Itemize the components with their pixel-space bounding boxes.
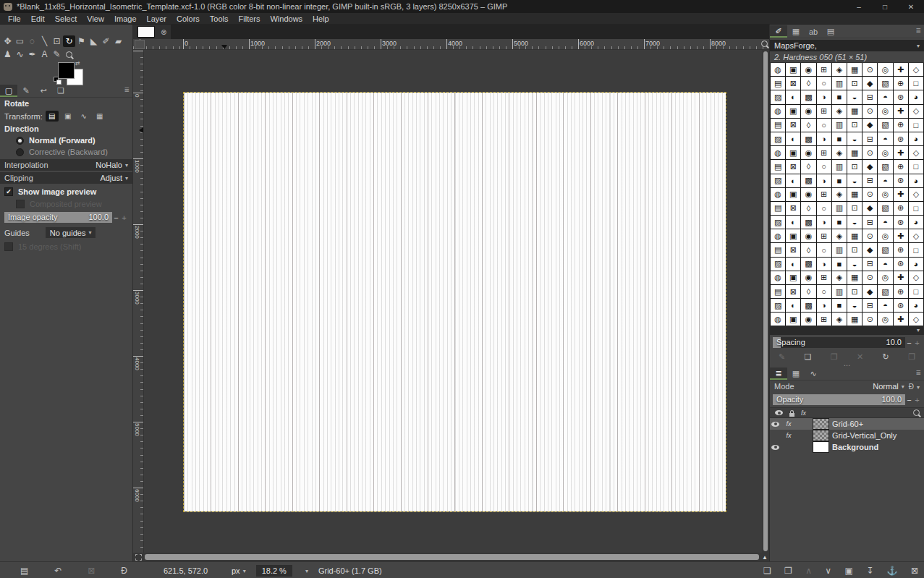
menu-layer[interactable]: Layer xyxy=(142,14,172,23)
tab-undo-history[interactable]: ↩ xyxy=(35,85,52,97)
duplicate-layer-icon[interactable]: ▣ xyxy=(845,566,853,576)
brush-item[interactable]: ◉ xyxy=(801,188,815,201)
brush-item[interactable]: ⊠ xyxy=(786,160,800,173)
mode-group-switch-icon[interactable]: Ð▾ xyxy=(909,383,920,391)
brush-item[interactable]: ◕ xyxy=(909,216,923,229)
brush-item[interactable]: ⊙ xyxy=(862,105,877,118)
brush-item[interactable]: ◈ xyxy=(832,63,847,76)
zoom-tool[interactable] xyxy=(63,48,75,60)
brush-item[interactable]: ◍ xyxy=(771,313,785,326)
brush-item[interactable]: ▦ xyxy=(847,313,862,326)
brush-item[interactable]: ▤ xyxy=(771,160,785,173)
new-layer-group-icon[interactable]: ❐ xyxy=(784,566,792,576)
brush-item[interactable]: ○ xyxy=(817,160,831,173)
layer-opacity-slider[interactable]: Opacity 100.0 − + xyxy=(773,394,921,405)
new-brush-icon[interactable]: ❏ xyxy=(805,352,812,362)
brush-item[interactable]: ▥ xyxy=(832,202,847,215)
brush-item[interactable]: ▧ xyxy=(878,202,892,215)
merge-down-icon[interactable]: ↧ xyxy=(866,566,873,576)
brush-item[interactable]: ◉ xyxy=(801,105,815,118)
brush-item[interactable]: ○ xyxy=(817,202,831,215)
brush-item[interactable]: ◍ xyxy=(771,105,785,118)
brush-item[interactable]: ▤ xyxy=(771,285,785,298)
brush-item[interactable]: ⊛ xyxy=(894,132,908,145)
transform-image-button[interactable]: ▦ xyxy=(93,111,106,122)
brush-item[interactable]: ▨ xyxy=(771,174,785,187)
brush-item[interactable]: ▦ xyxy=(847,229,862,242)
free-select-tool[interactable]: ◌ xyxy=(26,35,38,47)
brush-item[interactable]: ◉ xyxy=(801,271,815,284)
direction-radio[interactable]: Normal (Forward) xyxy=(0,135,132,146)
brush-item[interactable]: ⊞ xyxy=(817,188,831,201)
move-tool[interactable]: ✥ xyxy=(1,35,14,47)
brush-item[interactable]: ◊ xyxy=(801,77,815,90)
brush-grid-scroll[interactable]: ▾ xyxy=(770,326,924,335)
search-layers-icon[interactable] xyxy=(913,409,920,416)
brush-item[interactable]: ⊞ xyxy=(817,63,831,76)
brush-item[interactable]: ◈ xyxy=(832,105,847,118)
brush-item[interactable]: ◕ xyxy=(909,132,923,145)
brush-item[interactable]: ⊙ xyxy=(862,188,877,201)
brush-item[interactable]: ◇ xyxy=(909,63,923,76)
reset-tool-options-icon[interactable]: Ð xyxy=(121,566,127,576)
tab-fonts[interactable]: ab xyxy=(805,25,822,38)
brush-item[interactable]: ▥ xyxy=(832,243,847,256)
brush-item[interactable]: ◑ xyxy=(817,90,831,103)
brush-item[interactable]: ⊙ xyxy=(862,229,877,242)
menu-file[interactable]: File xyxy=(3,14,26,23)
image-tab[interactable]: ⊗ xyxy=(133,25,171,39)
brush-item[interactable]: ◊ xyxy=(801,202,815,215)
brush-item[interactable]: ⊕ xyxy=(894,202,908,215)
brush-item[interactable]: □ xyxy=(909,160,923,173)
brush-item[interactable]: ▩ xyxy=(801,174,815,187)
brush-item[interactable]: ✚ xyxy=(894,229,908,242)
brush-item[interactable]: ▣ xyxy=(786,63,800,76)
brush-item[interactable]: ◓ xyxy=(878,299,892,312)
brush-item[interactable]: ◈ xyxy=(832,229,847,242)
brush-item[interactable]: ◒ xyxy=(847,174,862,187)
brush-item[interactable]: ⊡ xyxy=(847,160,862,173)
brush-item[interactable]: ◈ xyxy=(832,313,847,326)
brush-item[interactable]: ▩ xyxy=(801,299,815,312)
maximize-button[interactable]: □ xyxy=(872,3,898,11)
navigation-preview-button[interactable]: ▲ xyxy=(760,553,769,561)
brush-item[interactable]: ⊛ xyxy=(894,216,908,229)
paintbrush-tool[interactable]: ✐ xyxy=(100,35,112,47)
brush-item[interactable]: ◐ xyxy=(786,174,800,187)
brush-item[interactable]: ▨ xyxy=(771,132,785,145)
bucket-fill-tool[interactable]: ◣ xyxy=(88,35,100,47)
rotate-tool[interactable]: ↻ xyxy=(63,35,75,47)
tab-menu-icon[interactable]: ≣ xyxy=(915,27,921,34)
brush-item[interactable]: ▨ xyxy=(771,299,785,312)
brush-item[interactable]: ⊞ xyxy=(817,146,831,159)
brush-item[interactable]: ⊙ xyxy=(862,313,877,326)
brush-item[interactable]: ⊕ xyxy=(894,160,908,173)
brush-item[interactable]: ◊ xyxy=(801,243,815,256)
brush-item[interactable]: ⊞ xyxy=(817,105,831,118)
tab-menu-icon[interactable]: ≣ xyxy=(124,86,130,93)
brush-item[interactable]: ◎ xyxy=(878,229,892,242)
brush-item[interactable]: ◎ xyxy=(878,313,892,326)
brush-item[interactable]: ▦ xyxy=(847,271,862,284)
brush-item[interactable]: ◕ xyxy=(909,258,923,271)
brush-item[interactable]: ⊙ xyxy=(862,146,877,159)
paths-tool[interactable]: ∿ xyxy=(14,48,26,60)
canvas-viewport[interactable] xyxy=(144,50,762,553)
brush-item[interactable]: ▧ xyxy=(878,119,892,132)
brush-item[interactable]: ⊠ xyxy=(786,285,800,298)
brush-item[interactable]: ▧ xyxy=(878,243,892,256)
brush-item[interactable]: □ xyxy=(909,119,923,132)
brush-item[interactable]: ▣ xyxy=(786,105,800,118)
brush-item[interactable]: ⊟ xyxy=(862,258,877,271)
menu-select[interactable]: Select xyxy=(50,14,82,23)
brush-item[interactable]: ◉ xyxy=(801,229,815,242)
brush-item[interactable]: ◎ xyxy=(878,105,892,118)
brush-item[interactable]: □ xyxy=(909,243,923,256)
brush-item[interactable]: ◕ xyxy=(909,174,923,187)
transform-layer-button[interactable]: ▤ xyxy=(46,111,59,122)
brush-item[interactable]: ▣ xyxy=(786,313,800,326)
tab-channels[interactable]: ▦ xyxy=(787,367,805,380)
brush-item[interactable]: ⊠ xyxy=(786,243,800,256)
brush-item[interactable]: ◇ xyxy=(909,229,923,242)
layer-row[interactable]: Background xyxy=(770,441,924,453)
